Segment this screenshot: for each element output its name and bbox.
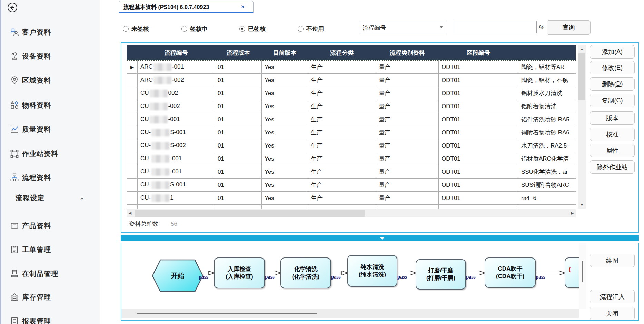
cell-process-code[interactable]: CU002	[138, 87, 215, 100]
cell-version[interactable]: 01	[215, 113, 262, 126]
radio-2[interactable]: 签核中	[181, 25, 208, 33]
table-row[interactable]: ▶ARC-00101Yes生产量产ODT01陶瓷，铝材等AR	[127, 61, 576, 74]
cell-type[interactable]: 量产	[376, 126, 439, 139]
cell-current[interactable]: Yes	[262, 113, 308, 126]
cell-section[interactable]: ODT01	[439, 192, 518, 205]
cell-current[interactable]: Yes	[262, 179, 308, 192]
cell-current[interactable]: Yes	[262, 139, 308, 152]
sidebar-item-8[interactable]: 流程设定»	[0, 191, 100, 205]
search-field-dropdown[interactable]: 流程编号	[359, 21, 447, 34]
column-header[interactable]: 流程分类	[308, 45, 376, 61]
search-input[interactable]	[453, 21, 537, 33]
row-selector-cell[interactable]	[127, 87, 138, 100]
cell-process-code[interactable]: CU-S-002	[138, 139, 215, 152]
sidebar-item-5[interactable]: 质量資料	[0, 122, 100, 136]
radio-4[interactable]: 不使用	[298, 25, 324, 33]
row-selector-cell[interactable]: ▶	[127, 61, 138, 74]
tab-close-icon[interactable]: ✕	[240, 4, 245, 10]
radio-3[interactable]: 已签核	[239, 25, 266, 33]
table-row[interactable]: CU-S-00201Yes生产量产ODT01水刀清洗，RA2.5-	[127, 139, 576, 152]
table-row[interactable]: CU-S-00101Yes生产量产ODT01铜附着物喷砂 RA6	[127, 126, 576, 139]
flow-node-2[interactable]: 化学清洗(化学清洗)	[280, 257, 331, 288]
cell-version[interactable]: 01	[215, 179, 262, 192]
cell-type[interactable]: 量产	[376, 113, 439, 126]
table-row[interactable]: ARC-00201Yes生产量产ODT01陶瓷，铝材，不锈	[127, 74, 576, 87]
row-selector-cell[interactable]	[127, 139, 138, 152]
cell-version[interactable]: 01	[215, 165, 262, 179]
cell-description[interactable]: 铝材质水刀清洗	[518, 87, 576, 100]
cell-version[interactable]: 01	[215, 139, 262, 152]
cell-section[interactable]: ODT01	[439, 152, 518, 165]
cell-category[interactable]: 生产	[308, 139, 376, 152]
cell-current[interactable]: Yes	[262, 74, 308, 87]
cell-type[interactable]: 量产	[376, 165, 439, 179]
sidebar-item-10[interactable]: 工单管理	[0, 243, 100, 256]
cell-version[interactable]: 01	[215, 192, 262, 205]
row-selector-cell[interactable]	[127, 100, 138, 113]
row-selector-cell[interactable]	[127, 152, 138, 165]
sidebar-item-11[interactable]: 在制品管理	[0, 267, 100, 281]
flow-canvas[interactable]: 开始入库检查(入库检查)化学清洗(化学清洗)纯水清洗(纯水清洗)打磨/干磨(打磨…	[121, 243, 579, 320]
sidebar-item-4[interactable]: 物料资料	[0, 98, 100, 112]
scroll-down-icon[interactable]: ▼	[578, 201, 586, 209]
table-row[interactable]: CU--00101Yes生产量产ODT01铝材质ARC化学清	[127, 152, 576, 165]
cell-current[interactable]: Yes	[262, 152, 308, 165]
action-button-6[interactable]: 核准	[590, 128, 635, 141]
cell-section[interactable]: ODT01	[439, 61, 518, 74]
table-row[interactable]: CU-00201Yes生产量产ODT01铝附着物清洗	[127, 100, 576, 113]
cell-category[interactable]: 生产	[308, 87, 376, 100]
cell-category[interactable]: 生产	[308, 74, 376, 87]
cell-process-code[interactable]: ARC-002	[138, 74, 215, 87]
sidebar-item-3[interactable]: 区域资料	[0, 73, 100, 87]
cell-description[interactable]: 陶瓷，铝材等AR	[518, 61, 576, 74]
cell-current[interactable]: Yes	[262, 126, 308, 139]
action-button-8[interactable]: 除外作业站	[590, 160, 635, 174]
table-row[interactable]: CU--00101Yes生产量产ODT01SSU化学清洗，ar	[127, 165, 576, 179]
cell-description[interactable]: SUS铜附着物ARC	[518, 179, 576, 192]
action-button-5[interactable]: 版本	[590, 111, 635, 125]
cell-version[interactable]: 01	[215, 100, 262, 113]
cell-category[interactable]: 生产	[308, 192, 376, 205]
row-selector-cell[interactable]	[127, 179, 138, 192]
cell-process-code[interactable]: CU-1	[138, 192, 215, 205]
scroll-left-icon[interactable]: ◀	[127, 209, 133, 217]
cell-category[interactable]: 生产	[308, 113, 376, 126]
cell-current[interactable]: Yes	[262, 100, 308, 113]
cell-type[interactable]: 量产	[376, 61, 439, 74]
cell-category[interactable]: 生产	[308, 100, 376, 113]
flow-button-1[interactable]: 绘图	[590, 254, 635, 267]
cell-category[interactable]: 生产	[308, 126, 376, 139]
query-button[interactable]: 查询	[547, 20, 591, 35]
column-header[interactable]: 流程类别资料	[376, 45, 439, 61]
cell-type[interactable]: 量产	[376, 192, 439, 205]
sidebar-item-2[interactable]: 设备资料	[0, 49, 100, 63]
cell-category[interactable]: 生产	[308, 179, 376, 192]
cell-process-code[interactable]: CU-002	[138, 100, 215, 113]
row-selector-cell[interactable]	[127, 74, 138, 87]
tab-process-basic-data[interactable]: 流程基本资料 (PS104) 6.0.7.40923 ✕	[119, 1, 254, 13]
cell-process-code[interactable]: CU-001	[138, 113, 215, 126]
action-button-3[interactable]: 删除(D)	[590, 77, 635, 91]
row-selector-cell[interactable]	[127, 165, 138, 179]
cell-type[interactable]: 量产	[376, 100, 439, 113]
horizontal-scroll-thumb[interactable]	[135, 210, 365, 217]
sidebar-item-12[interactable]: 库存管理	[0, 290, 100, 304]
cell-section[interactable]: ODT01	[439, 100, 518, 113]
table-vertical-scrollbar[interactable]: ▲ ▼	[578, 45, 586, 209]
row-selector-cell[interactable]	[127, 126, 138, 139]
cell-section[interactable]: ODT01	[439, 74, 518, 87]
flow-vertical-scrollbar[interactable]	[579, 243, 586, 309]
cell-type[interactable]: 量产	[376, 74, 439, 87]
cell-description[interactable]: 铝附着物清洗	[518, 100, 576, 113]
sidebar-item-7[interactable]: 流程资料	[0, 171, 100, 184]
scroll-right-icon[interactable]: ▶	[569, 209, 576, 217]
action-button-7[interactable]: 属性	[590, 144, 635, 157]
cell-process-code[interactable]: CU--001	[138, 152, 215, 165]
cell-type[interactable]: 量产	[376, 152, 439, 165]
cell-section[interactable]: ODT01	[439, 113, 518, 126]
cell-current[interactable]: Yes	[262, 165, 308, 179]
column-header[interactable]	[518, 45, 576, 61]
column-header[interactable]: 区段编号	[439, 45, 518, 61]
cell-description[interactable]: 陶瓷，铝材，不锈	[518, 74, 576, 87]
table-row[interactable]: CU-S-00101Yes生产量产ODT01SUS铜附着物ARC	[127, 179, 576, 192]
